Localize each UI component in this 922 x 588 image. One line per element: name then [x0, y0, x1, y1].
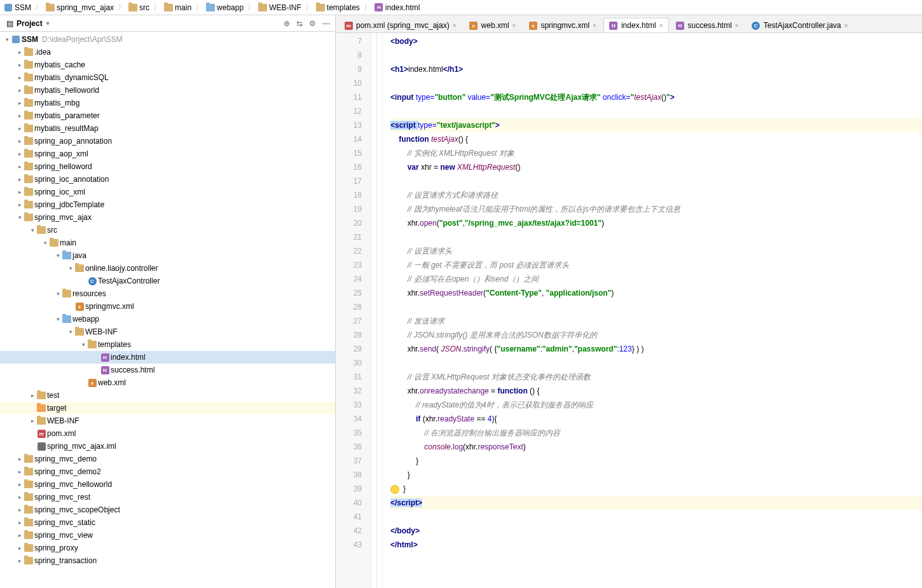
tree-node[interactable]: mpom.xml — [0, 427, 335, 440]
tree-node[interactable]: ▸.idea — [0, 46, 335, 58]
line-number[interactable]: 35 — [336, 426, 371, 440]
line-number[interactable]: 8 — [336, 48, 371, 62]
tree-node[interactable]: CTestAjaxController — [0, 275, 335, 287]
code-line[interactable]: // 设置请求头 — [390, 244, 922, 258]
code-line[interactable]: xhr.open("post","/spring_mvc_ajax/test/a… — [390, 216, 922, 230]
code-line[interactable]: xhr.onreadystatechange = function () { — [390, 384, 922, 398]
tree-node[interactable]: ▸spring_proxy — [0, 542, 335, 554]
breadcrumb-item[interactable]: 〉main — [151, 2, 193, 13]
line-number[interactable]: 30 — [336, 356, 371, 370]
line-number[interactable]: 16 — [336, 160, 371, 174]
settings-icon[interactable]: ⚙ — [309, 19, 316, 28]
fold-column[interactable] — [371, 33, 383, 588]
line-number[interactable]: 10 — [336, 76, 371, 90]
code-line[interactable] — [390, 48, 922, 62]
breadcrumb-item[interactable]: 〉WEB-INF — [245, 2, 303, 13]
close-icon[interactable]: × — [513, 22, 516, 29]
expand-arrow[interactable]: ▸ — [15, 507, 24, 513]
tree-node[interactable]: ▸mybatis_dynamicSQL — [0, 71, 335, 84]
code-line[interactable]: function testAjax() { — [390, 132, 922, 146]
tree-node[interactable]: ▸spring_mvc_scopeObject — [0, 503, 335, 516]
line-number[interactable]: 9 — [336, 62, 371, 76]
line-number[interactable]: 7 — [336, 34, 371, 48]
expand-arrow[interactable]: ▸ — [28, 418, 37, 424]
line-number[interactable]: 34 — [336, 412, 371, 426]
close-icon[interactable]: × — [453, 22, 457, 29]
code-line[interactable]: var xhr = new XMLHttpRequest() — [390, 160, 922, 174]
expand-arrow[interactable]: ▸ — [15, 151, 24, 157]
expand-arrow[interactable]: ▸ — [15, 545, 24, 551]
close-icon[interactable]: × — [593, 22, 596, 29]
tree-node[interactable]: ▸spring_mvc_static — [0, 516, 335, 529]
expand-arrow[interactable]: ▸ — [15, 202, 24, 208]
line-number[interactable]: 42 — [336, 524, 371, 538]
line-number[interactable]: 43 — [336, 538, 371, 552]
expand-arrow[interactable]: ▸ — [15, 532, 24, 538]
code-line[interactable]: </html> — [390, 538, 922, 552]
code-line[interactable] — [390, 356, 922, 370]
line-number[interactable]: 29 — [336, 342, 371, 356]
code-line[interactable]: // JSON.stringify() 是用来将合法的JSON数据字符串化的 — [390, 328, 922, 342]
code-line[interactable] — [390, 76, 922, 90]
code-line[interactable]: // 设置 XMLHttpRequest 对象状态变化事件的处理函数 — [390, 370, 922, 384]
tree-node[interactable]: ▸spring_transaction — [0, 554, 335, 567]
tree-node[interactable]: ▸mybatis_helloworld — [0, 84, 335, 97]
code-line[interactable]: // readyState的值为4时，表示已获取到服务器的响应 — [390, 398, 922, 412]
tree-node[interactable]: ▸spring_ioc_annotation — [0, 173, 335, 186]
editor-tab[interactable]: Hindex.html× — [603, 18, 669, 32]
expand-arrow[interactable]: ▸ — [15, 113, 24, 119]
tree-node[interactable]: ▸spring_aop_xml — [0, 147, 335, 160]
code-line[interactable] — [390, 104, 922, 118]
line-number[interactable]: 41 — [336, 510, 371, 524]
line-number[interactable]: 11 — [336, 90, 371, 104]
expand-arrow[interactable]: ▾ — [53, 252, 62, 259]
tree-node[interactable]: ▸test — [0, 389, 335, 402]
line-number[interactable]: 25 — [336, 286, 371, 300]
code-line[interactable] — [390, 174, 922, 188]
code-line[interactable]: } — [390, 468, 922, 482]
code-line[interactable]: xhr.setRequestHeader("Content-Type", "ap… — [390, 286, 922, 300]
line-number[interactable]: 32 — [336, 384, 371, 398]
tree-node[interactable]: ▸spring_mvc_helloworld — [0, 478, 335, 491]
locate-icon[interactable]: ⊕ — [284, 19, 290, 28]
expand-arrow[interactable]: ▸ — [15, 49, 24, 55]
line-number[interactable]: 36 — [336, 440, 371, 454]
breadcrumb-item[interactable]: 〉src — [115, 2, 151, 13]
line-number[interactable]: 13 — [336, 118, 371, 132]
tree-node[interactable]: ▾webapp — [0, 313, 335, 325]
tree-node[interactable]: ▸spring_helloword — [0, 160, 335, 173]
code-line[interactable]: // 设置请求方式和请求路径 — [390, 188, 922, 202]
line-number[interactable]: 20 — [336, 216, 371, 230]
hide-icon[interactable]: — — [322, 19, 330, 28]
tree-node[interactable]: ▸spring_ioc_xml — [0, 186, 335, 198]
line-number[interactable]: 37 — [336, 454, 371, 468]
tree-node[interactable]: ▾main — [0, 236, 335, 249]
tree-node[interactable]: Hindex.html — [0, 351, 335, 364]
expand-arrow[interactable]: ▾ — [53, 316, 62, 322]
expand-arrow[interactable]: ▾ — [41, 240, 50, 246]
code-line[interactable]: <script type="text/javascript"> — [390, 118, 922, 132]
tree-root[interactable]: ▾ SSM D:\ideaPorject\Apr\SSM — [0, 33, 335, 46]
code-line[interactable]: // 发送请求 — [390, 314, 922, 328]
editor-tab[interactable]: mpom.xml (spring_mvc_ajax)× — [338, 18, 462, 32]
code-line[interactable]: // 必须写在在open（）和send（）之间 — [390, 272, 922, 286]
line-number[interactable]: 22 — [336, 244, 371, 258]
expand-arrow[interactable]: ▾ — [28, 227, 37, 233]
expand-arrow[interactable]: ▾ — [79, 341, 88, 348]
expand-arrow[interactable]: ▸ — [28, 392, 37, 399]
editor-tab[interactable]: xspringmvc.xml× — [523, 18, 602, 32]
code-line[interactable] — [390, 230, 922, 244]
expand-arrow[interactable]: ▸ — [15, 100, 24, 106]
close-icon[interactable]: × — [659, 22, 663, 29]
line-number[interactable]: 17 — [336, 174, 371, 188]
close-icon[interactable]: × — [735, 22, 739, 29]
project-dropdown[interactable]: ▤ Project ▼ — [5, 19, 51, 28]
tree-node[interactable]: ▸spring_mvc_rest — [0, 491, 335, 503]
line-number[interactable]: 15 — [336, 146, 371, 160]
tree-node[interactable]: ▸spring_aop_annotation — [0, 135, 335, 147]
code-line[interactable] — [390, 510, 922, 524]
expand-arrow[interactable]: ▾ — [53, 291, 62, 297]
code-line[interactable]: </script> — [390, 496, 922, 510]
code-line[interactable]: if (xhr.readyState == 4){ — [390, 412, 922, 426]
code-line[interactable]: // 一般 get 不需要设置，而 post 必须设置请求头 — [390, 258, 922, 272]
